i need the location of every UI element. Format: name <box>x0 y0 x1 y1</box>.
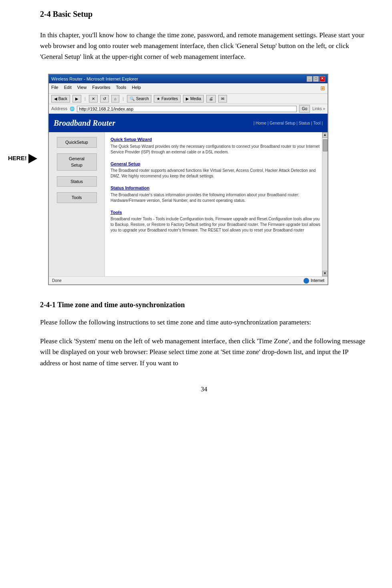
here-label: HERE! <box>8 154 27 163</box>
page-number: 34 <box>40 385 368 394</box>
browser-screenshot: Wireless Router - Microsoft Internet Exp… <box>48 74 328 286</box>
status-info-link[interactable]: Status Information <box>111 185 322 191</box>
tools-button[interactable]: Tools <box>57 192 97 203</box>
search-button[interactable]: 🔍 Search <box>127 95 152 103</box>
chapter-title: 2-4 Basic Setup <box>40 8 368 20</box>
quick-setup-section: Quick Setup Wizard The Quick Setup Wizar… <box>111 136 322 155</box>
search-icon: 🔍 <box>130 96 135 102</box>
address-label: Address <box>51 105 67 112</box>
menu-favorites[interactable]: Favorites <box>92 84 110 93</box>
quicksetup-button[interactable]: QuickSetup <box>57 137 97 148</box>
browser-addressbar: Address 🌐 Go Links » <box>49 104 328 114</box>
section-241-para1: Please follow the following instructions… <box>40 317 368 328</box>
mail-button[interactable]: ✉ <box>218 95 227 103</box>
status-internet: Internet <box>311 278 324 284</box>
scroll-thumb[interactable] <box>323 139 328 151</box>
quick-setup-link[interactable]: Quick Setup Wizard <box>111 136 322 143</box>
menu-help[interactable]: Help <box>132 84 141 93</box>
status-info-section: Status Information The Broadband router'… <box>111 185 322 203</box>
tools-desc: Broadband router Tools - Tools include C… <box>111 216 322 233</box>
status-button[interactable]: Status <box>57 176 97 187</box>
menu-view[interactable]: View <box>77 84 87 93</box>
general-setup-section: General Setup The Broadband router suppo… <box>111 161 322 179</box>
page-icon: 🌐 <box>70 106 74 112</box>
home-button[interactable]: ⌂ <box>111 95 119 103</box>
section-241-para2: Please click 'System' menu on the left o… <box>40 336 368 369</box>
status-info-desc: The Broadband router's status informatio… <box>111 192 322 203</box>
browser-statusbar: Done Internet <box>49 276 328 284</box>
router-logo: Broadband Router <box>54 117 115 129</box>
scrollbar[interactable]: ▲ ▼ <box>322 132 328 276</box>
arrow-icon <box>28 154 37 163</box>
menu-edit[interactable]: Edit <box>64 84 72 93</box>
browser-menubar: File Edit View Favorites Tools Help ⊞ <box>49 83 328 94</box>
go-button[interactable]: Go <box>299 105 310 113</box>
minimize-button[interactable]: _ <box>307 76 312 82</box>
generalsetup-button[interactable]: General Setup <box>57 153 97 171</box>
router-sidebar: QuickSetup General Setup Status Tools <box>49 132 105 276</box>
search-label: Search <box>136 96 149 102</box>
router-nav-links: | Home | General Setup | Status | Tool | <box>253 120 323 126</box>
section-241-title: 2-4-1 Time zone and time auto-synchroniz… <box>40 300 368 310</box>
maximize-button[interactable]: □ <box>313 76 319 82</box>
menu-tools[interactable]: Tools <box>116 84 127 93</box>
router-page: Broadband Router | Home | General Setup … <box>49 114 328 276</box>
close-button[interactable]: ✕ <box>320 76 325 82</box>
general-setup-link[interactable]: General Setup <box>111 161 322 167</box>
print-button[interactable]: 🖨 <box>206 95 216 103</box>
media-button[interactable]: ▶ Media <box>183 95 204 103</box>
menu-file[interactable]: File <box>51 84 58 93</box>
general-setup-desc: The Broadband router supports advanced f… <box>111 168 322 179</box>
back-button[interactable]: ◀ Back <box>51 95 70 103</box>
router-content: Quick Setup Wizard The Quick Setup Wizar… <box>105 132 328 276</box>
status-right: Internet <box>304 278 324 284</box>
stop-button[interactable]: ✕ <box>89 95 98 103</box>
browser-titlebar: Wireless Router - Microsoft Internet Exp… <box>49 75 328 84</box>
tools-link[interactable]: Tools <box>111 209 322 216</box>
toolbar-separator2: | <box>123 95 124 102</box>
toolbar-separator: | <box>84 95 86 102</box>
refresh-button[interactable]: ↺ <box>100 95 109 103</box>
internet-icon <box>304 278 309 284</box>
forward-button[interactable]: ▶ <box>72 95 81 103</box>
links-label: Links » <box>312 106 325 112</box>
browser-toolbar: ◀ Back ▶ | ✕ ↺ ⌂ | 🔍 Search ★ Favorites … <box>49 94 328 104</box>
titlebar-controls: _ □ ✕ <box>307 76 325 82</box>
titlebar-text: Wireless Router - Microsoft Internet Exp… <box>51 76 138 83</box>
quick-setup-desc: The Quick Setup Wizard provides only the… <box>111 144 322 155</box>
favorites-button[interactable]: ★ Favorites <box>154 95 181 103</box>
scroll-down-button[interactable]: ▼ <box>322 271 328 276</box>
here-annotation: HERE! <box>8 154 37 163</box>
status-done: Done <box>52 278 62 284</box>
windows-logo-icon: ⊞ <box>320 84 325 93</box>
router-header: Broadband Router | Home | General Setup … <box>49 114 328 132</box>
address-input[interactable] <box>77 106 297 112</box>
router-body: QuickSetup General Setup Status Tools Qu… <box>49 132 328 276</box>
scroll-up-button[interactable]: ▲ <box>322 132 328 138</box>
intro-text: In this chapter, you'll know how to chan… <box>40 30 368 62</box>
tools-section: Tools Broadband router Tools - Tools inc… <box>111 209 322 234</box>
